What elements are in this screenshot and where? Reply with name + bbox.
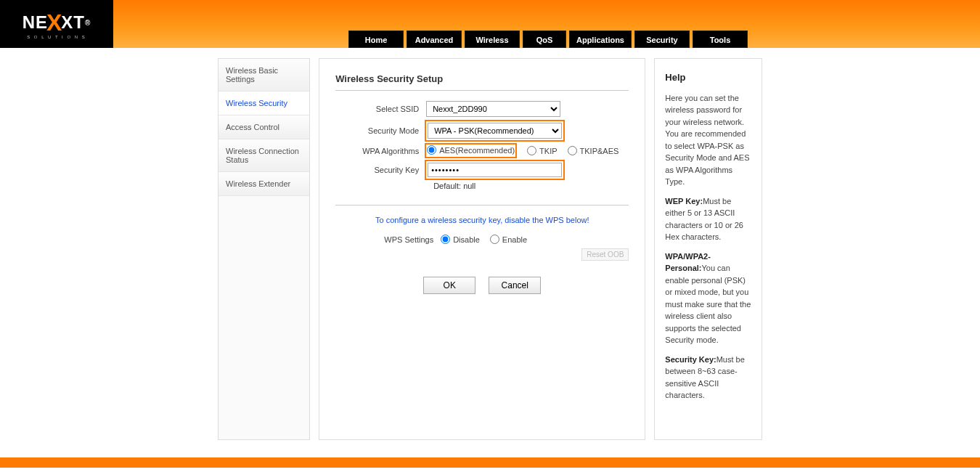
- row-wps-settings: WPS Settings Disable Enable: [335, 235, 629, 244]
- nav-qos[interactable]: QoS: [523, 30, 566, 48]
- main-panel: Wireless Security Setup Select SSID Nexx…: [319, 58, 645, 440]
- help-wep: WEP Key:Must be either 5 or 13 ASCII cha…: [665, 195, 751, 243]
- nav-home[interactable]: Home: [348, 30, 404, 48]
- brand-x-icon: X: [46, 9, 62, 36]
- divider: [335, 90, 629, 91]
- security-mode-label: Security Mode: [335, 126, 426, 135]
- security-mode-highlight: WPA - PSK(Recommended): [426, 121, 563, 140]
- radio-tkipaes-label: TKIP&AES: [580, 147, 619, 155]
- row-security-key: Security Key: [335, 161, 629, 179]
- cancel-button[interactable]: Cancel: [489, 277, 541, 294]
- brand-reg: ®: [85, 19, 91, 27]
- nav-advanced[interactable]: Advanced: [407, 30, 462, 48]
- reset-oob-row: Reset OOB: [335, 248, 629, 261]
- main-nav: Home Advanced Wireless QoS Applications …: [348, 30, 748, 48]
- radio-wps-disable[interactable]: Disable: [441, 235, 480, 244]
- help-wpa-text: You can enable personal (PSK) or mixed m…: [665, 264, 751, 344]
- radio-wps-enable-input[interactable]: [490, 235, 499, 244]
- divider-2: [335, 205, 629, 206]
- page-body: Wireless Basic Settings Wireless Securit…: [0, 48, 980, 455]
- top-bar: NE X XT ® S O L U T I O N S Home Advance…: [0, 0, 980, 48]
- radio-tkipaes[interactable]: TKIP&AES: [568, 146, 619, 155]
- sidebar: Wireless Basic Settings Wireless Securit…: [218, 58, 310, 440]
- radio-tkip[interactable]: TKIP: [527, 146, 557, 155]
- ok-button[interactable]: OK: [423, 277, 475, 294]
- nav-applications[interactable]: Applications: [569, 30, 632, 48]
- security-key-label: Security Key: [335, 166, 426, 174]
- brand-subtitle: S O L U T I O N S: [27, 35, 86, 39]
- sidebar-item-status[interactable]: Wireless Connection Status: [219, 139, 309, 172]
- nav-security[interactable]: Security: [634, 30, 690, 48]
- radio-wps-disable-label: Disable: [453, 235, 480, 244]
- radio-tkip-label: TKIP: [539, 147, 557, 155]
- nav-tools[interactable]: Tools: [693, 30, 748, 48]
- radio-tkipaes-input[interactable]: [568, 146, 577, 155]
- brand-right: XT: [61, 12, 85, 33]
- default-null-text: Default: null: [433, 182, 629, 190]
- select-ssid-dropdown[interactable]: Nexxt_2DD990: [426, 101, 560, 117]
- wpa-alg-label: WPA Algorithms: [335, 147, 426, 155]
- panel-title: Wireless Security Setup: [335, 73, 629, 84]
- sidebar-item-extender[interactable]: Wireless Extender: [219, 172, 309, 196]
- radio-aes[interactable]: AES(Recommended): [427, 145, 515, 155]
- brand-logo: NE X XT ® S O L U T I O N S: [0, 0, 113, 48]
- row-select-ssid: Select SSID Nexxt_2DD990: [335, 101, 629, 117]
- help-seckey-label: Security Key:: [665, 355, 716, 364]
- brand-left: NE: [23, 12, 48, 33]
- sidebar-item-security[interactable]: Wireless Security: [219, 91, 309, 115]
- button-row: OK Cancel: [335, 277, 629, 294]
- help-wep-label: WEP Key:: [665, 197, 703, 206]
- nav-wireless[interactable]: Wireless: [465, 30, 520, 48]
- radio-wps-enable-label: Enable: [502, 235, 527, 244]
- security-key-input[interactable]: [428, 163, 562, 177]
- sidebar-item-access[interactable]: Access Control: [219, 115, 309, 139]
- help-title: Help: [665, 70, 751, 85]
- row-security-mode: Security Mode WPA - PSK(Recommended): [335, 121, 629, 140]
- aes-highlight: AES(Recommended): [426, 145, 515, 157]
- help-seckey: Security Key:Must be between 8~63 case-s…: [665, 354, 751, 402]
- help-panel: Help Here you can set the wireless passw…: [654, 58, 762, 440]
- help-wpa: WPA/WPA2-Personal:You can enable persona…: [665, 251, 751, 346]
- footer-bar: [0, 457, 980, 468]
- radio-wps-enable[interactable]: Enable: [490, 235, 527, 244]
- wps-settings-label: WPS Settings: [335, 235, 441, 244]
- radio-tkip-input[interactable]: [527, 146, 536, 155]
- wps-note: To configure a wireless security key, di…: [335, 216, 629, 224]
- reset-oob-button: Reset OOB: [581, 248, 629, 261]
- radio-wps-disable-input[interactable]: [441, 235, 450, 244]
- row-wpa-algorithms: WPA Algorithms AES(Recommended) TKIP TKI…: [335, 145, 629, 157]
- select-ssid-label: Select SSID: [335, 105, 426, 113]
- radio-aes-label: AES(Recommended): [439, 146, 515, 155]
- security-key-highlight: [426, 161, 563, 179]
- sidebar-item-basic[interactable]: Wireless Basic Settings: [219, 59, 309, 91]
- radio-aes-input[interactable]: [427, 145, 436, 155]
- help-intro: Here you can set the wireless password f…: [665, 92, 751, 188]
- security-mode-dropdown[interactable]: WPA - PSK(Recommended): [428, 123, 562, 139]
